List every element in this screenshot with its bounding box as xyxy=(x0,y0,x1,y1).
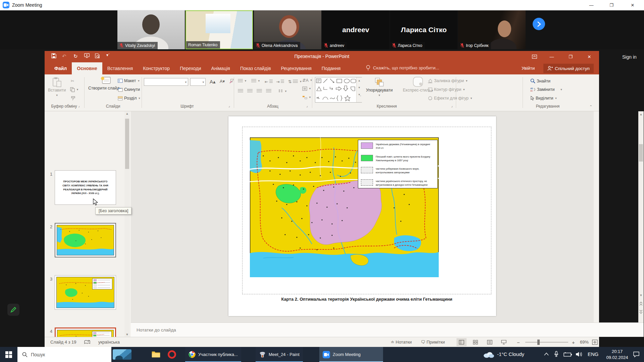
collapse-ribbon-icon[interactable]: ⌃ xyxy=(589,105,592,109)
editor-scrollbar[interactable]: ▲ ▼ xyxy=(638,111,644,322)
decrease-indent-icon[interactable]: ⇤ xyxy=(265,79,273,84)
zoom-out-button[interactable]: − xyxy=(517,340,520,345)
align-left-icon[interactable] xyxy=(238,89,243,93)
notes-pane[interactable]: Нотатки до слайда xyxy=(131,322,644,337)
save-icon[interactable] xyxy=(51,53,56,59)
shape-outline-button[interactable]: Контур фігури▼ xyxy=(428,87,465,92)
file-explorer-button[interactable] xyxy=(152,351,160,358)
thumbnails-scrollbar[interactable]: ▲ ▼ xyxy=(124,111,130,337)
undo-icon[interactable]: ↶ xyxy=(62,53,66,59)
align-center-icon[interactable] xyxy=(247,89,253,93)
tray-chevron-icon[interactable] xyxy=(544,353,549,356)
cut-icon[interactable]: ✂ xyxy=(71,78,74,83)
tab-file[interactable]: Файл xyxy=(49,62,72,74)
share-button[interactable]: Спільний доступ xyxy=(543,64,594,73)
start-button[interactable] xyxy=(5,351,12,358)
zoom-slider-thumb[interactable] xyxy=(537,340,540,345)
increase-font-icon[interactable]: A▴ xyxy=(210,79,216,85)
text-direction-icon[interactable]: ⇵A▼ xyxy=(302,78,313,83)
taskbar-search[interactable]: Пошук xyxy=(17,347,111,362)
shape-fill-button[interactable]: Заливка фігури▼ xyxy=(428,78,468,83)
opera-button[interactable] xyxy=(168,350,176,359)
numbering-icon[interactable]: ▼ xyxy=(251,79,260,83)
smartart-convert-icon[interactable]: ▼ xyxy=(302,95,311,100)
normal-view-button[interactable] xyxy=(457,338,467,346)
comments-toggle[interactable]: 🗨 Примітки xyxy=(421,340,445,345)
tab-view[interactable]: Подання xyxy=(317,62,346,74)
find-button[interactable]: Знайти xyxy=(530,78,550,83)
zoom-maximize-button[interactable]: ❐ xyxy=(602,0,621,10)
bullets-icon[interactable]: ▼ xyxy=(238,79,247,83)
slideshow-icon[interactable] xyxy=(84,53,90,59)
slide-sorter-view-button[interactable] xyxy=(471,338,481,346)
align-right-icon[interactable] xyxy=(257,89,262,93)
justify-icon[interactable] xyxy=(266,89,271,93)
notification-center-icon[interactable] xyxy=(633,352,639,357)
scrollbar-thumb[interactable] xyxy=(125,119,129,169)
zoom-in-button[interactable]: + xyxy=(572,340,575,345)
fit-to-window-icon[interactable] xyxy=(592,340,598,345)
video-tile[interactable]: Olena Aleksandrova xyxy=(254,10,321,49)
ppt-close-button[interactable]: ✕ xyxy=(583,51,596,62)
scroll-down-arrow[interactable]: ▼ xyxy=(638,294,644,297)
slide-canvas[interactable]: Українська держава (Гетьманщина) в серед… xyxy=(228,116,496,316)
format-painter-icon[interactable] xyxy=(71,96,75,101)
zoom-minimize-button[interactable]: — xyxy=(582,0,601,10)
tray-battery-icon[interactable] xyxy=(564,352,572,357)
video-tile[interactable]: Ігор Срібняк xyxy=(458,10,526,49)
paragraph-dialog-launcher[interactable]: ⌟ xyxy=(306,104,308,108)
video-tile[interactable]: andreev andreev xyxy=(322,10,389,49)
ppt-minimize-button[interactable]: — xyxy=(545,51,558,62)
tray-mic-icon[interactable] xyxy=(554,351,558,358)
increase-indent-icon[interactable]: ⇥ xyxy=(276,79,284,84)
reading-view-button[interactable] xyxy=(485,338,495,346)
tab-insert[interactable]: Вставлення xyxy=(102,62,138,74)
qat-customize-icon[interactable]: ▼̄ xyxy=(106,53,109,57)
office-sign-in[interactable]: Увійти xyxy=(522,66,535,71)
taskbar-app-paint[interactable]: Meet_24 - Paint xyxy=(256,347,303,362)
video-tile[interactable]: Лариса Сітко Лариса Сітко xyxy=(390,10,458,49)
video-tile[interactable]: Vitaliy Zavadskyi xyxy=(117,10,185,49)
annotation-pencil-button[interactable] xyxy=(7,304,19,316)
shapes-scroll[interactable]: ▲▼▼̳ xyxy=(356,77,362,102)
replace-button[interactable]: abac Замінити▼ xyxy=(530,87,562,92)
scroll-up-arrow[interactable]: ▲ xyxy=(638,113,644,116)
language-indicator[interactable]: українська xyxy=(98,340,120,345)
line-spacing-icon[interactable]: ⇅▼ xyxy=(288,79,302,84)
shapes-gallery[interactable]: ▲▼▼̳ xyxy=(315,77,362,103)
drawing-dialog-launcher[interactable]: ⌟ xyxy=(451,104,453,108)
redo-icon[interactable]: ↻ xyxy=(73,53,78,59)
tab-slideshow[interactable]: Показ слайдів xyxy=(235,62,276,74)
next-videos-button[interactable] xyxy=(533,18,545,30)
layout-button[interactable]: Макет▼ xyxy=(118,78,140,83)
spellcheck-icon[interactable] xyxy=(84,340,90,345)
scroll-up-arrow[interactable]: ▲ xyxy=(124,112,130,115)
taskbar-clock[interactable]: 20:17 09.02.2024 xyxy=(603,349,631,360)
section-button[interactable]: Розділ▼ xyxy=(118,96,141,101)
arrange-button[interactable]: Упорядкувати▼ xyxy=(366,77,393,97)
tab-review[interactable]: Рецензування xyxy=(276,62,317,74)
clipboard-dialog-launcher[interactable]: ⌟ xyxy=(78,104,80,108)
taskbar-app-browser[interactable]: Участник публика... xyxy=(185,347,241,362)
tab-design[interactable]: Конструктор xyxy=(138,62,175,74)
tell-me-box[interactable]: Скажіть, що потрібно зробити... xyxy=(366,65,439,71)
previous-slide-button[interactable] xyxy=(639,301,643,306)
language-indicator[interactable]: ENG xyxy=(588,351,599,357)
print-preview-icon[interactable] xyxy=(95,53,100,59)
columns-icon[interactable]: ▼ xyxy=(278,89,287,93)
slide-thumbnail-1[interactable]: ПРОСТОРОВІ МЕЖІ УКРАЇНСЬКОГО СВІТУ: КОМП… xyxy=(55,170,116,205)
font-size-combo[interactable]: ▼ xyxy=(190,78,206,86)
align-text-icon[interactable]: ▼ xyxy=(302,86,311,91)
decrease-font-icon[interactable]: A▾ xyxy=(220,79,225,84)
sign-in-link[interactable]: Sign in xyxy=(622,54,637,60)
tab-transitions[interactable]: Переходи xyxy=(175,62,206,74)
clear-formatting-icon[interactable] xyxy=(229,79,234,83)
scroll-down-arrow[interactable]: ▼ xyxy=(124,333,130,336)
font-name-combo[interactable]: ▼ xyxy=(144,78,188,86)
search-highlight-image[interactable] xyxy=(113,349,131,360)
zoom-slider-track[interactable] xyxy=(525,342,568,343)
tab-home[interactable]: Основне xyxy=(72,62,102,74)
slide-thumbnail-2[interactable] xyxy=(55,223,116,257)
font-dialog-launcher[interactable]: ⌟ xyxy=(228,104,230,108)
zoom-close-button[interactable]: ✕ xyxy=(623,0,642,10)
